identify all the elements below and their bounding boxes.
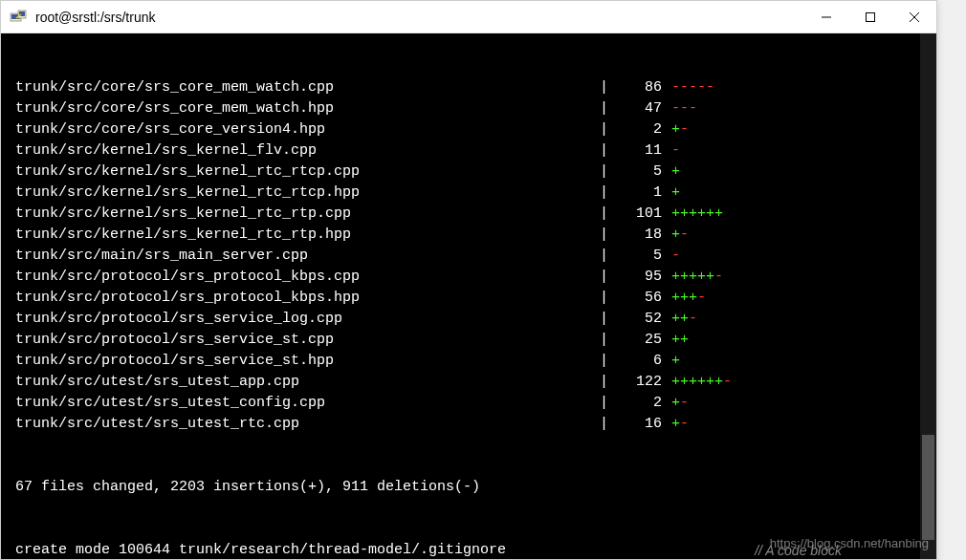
diff-count: 86 [614, 77, 662, 98]
minus-icon: - [723, 374, 732, 390]
plus-icon: + [671, 374, 680, 390]
plus-icon: + [680, 290, 689, 306]
diff-path: trunk/src/kernel/srs_kernel_rtc_rtp.hpp [7, 225, 600, 246]
spacer [662, 225, 671, 246]
plus-icon: + [671, 416, 680, 432]
spacer [662, 246, 671, 267]
plus-icon: + [714, 374, 723, 390]
pipe-separator: | [600, 351, 614, 372]
minus-icon: - [671, 142, 680, 159]
diff-summary: 67 files changed, 2203 insertions(+), 91… [7, 477, 931, 498]
plus-icon: + [706, 269, 714, 285]
plus-icon: + [671, 395, 680, 411]
titlebar: root@srstl:/srs/trunk [1, 1, 936, 33]
pipe-separator: | [600, 393, 614, 414]
plus-icon: + [671, 163, 680, 180]
scrollbar-thumb[interactable] [922, 435, 934, 540]
diff-row: trunk/src/kernel/srs_kernel_rtc_rtp.hpp|… [7, 225, 931, 246]
diff-count: 56 [614, 288, 662, 309]
pipe-separator: | [600, 246, 614, 267]
pipe-separator: | [600, 414, 614, 435]
spacer [662, 119, 671, 140]
diff-path: trunk/src/core/srs_core_mem_watch.cpp [7, 77, 600, 98]
diff-path: trunk/src/protocol/srs_service_st.cpp [7, 330, 600, 351]
pipe-separator: | [600, 309, 614, 330]
pipe-separator: | [600, 204, 614, 225]
plus-icon: + [671, 332, 680, 348]
diff-row: trunk/src/protocol/srs_protocol_kbps.cpp… [7, 267, 931, 288]
diff-path: trunk/src/kernel/srs_kernel_rtc_rtp.cpp [7, 204, 600, 225]
plus-icon: + [706, 374, 714, 390]
diff-bar: ++ [671, 330, 689, 351]
plus-icon: + [680, 332, 689, 348]
spacer [662, 183, 671, 204]
plus-icon: + [671, 205, 680, 222]
diff-count: 25 [614, 330, 662, 351]
diff-path: trunk/src/utest/srs_utest_config.cpp [7, 393, 600, 414]
pipe-separator: | [600, 140, 614, 162]
spacer [662, 140, 671, 162]
minus-icon: - [680, 100, 689, 117]
svg-rect-5 [867, 12, 875, 21]
diff-bar: + [671, 162, 680, 183]
diff-path: trunk/src/protocol/srs_service_log.cpp [7, 309, 600, 330]
close-button[interactable] [892, 2, 936, 32]
diff-row: trunk/src/protocol/srs_service_st.hpp|6 … [7, 351, 931, 372]
terminal-body[interactable]: trunk/src/core/srs_core_mem_watch.cpp|86… [1, 33, 936, 559]
diff-path: trunk/src/utest/srs_utest_app.cpp [7, 372, 600, 393]
diff-bar: ++- [671, 309, 697, 330]
minus-icon: - [689, 79, 697, 96]
diff-path: trunk/src/kernel/srs_kernel_rtc_rtcp.cpp [7, 162, 600, 183]
diff-path: trunk/src/utest/srs_utest_rtc.cpp [7, 414, 600, 435]
window-title: root@srstl:/srs/trunk [35, 10, 804, 25]
scrollbar[interactable] [920, 33, 936, 559]
plus-icon: + [680, 374, 689, 390]
minus-icon: - [680, 395, 689, 411]
spacer [662, 372, 671, 393]
diff-path: trunk/src/protocol/srs_protocol_kbps.cpp [7, 267, 600, 288]
diff-count: 2 [614, 393, 662, 414]
maximize-button[interactable] [848, 2, 892, 32]
plus-icon: + [697, 269, 706, 285]
minus-icon: - [680, 226, 689, 243]
diff-count: 47 [614, 98, 662, 119]
plus-icon: + [697, 205, 706, 222]
pipe-separator: | [600, 372, 614, 393]
pipe-separator: | [600, 267, 614, 288]
minus-icon: - [697, 290, 706, 306]
diff-bar: +- [671, 414, 689, 435]
window-controls [804, 2, 936, 32]
diff-count: 6 [614, 351, 662, 372]
pipe-separator: | [600, 98, 614, 119]
plus-icon: + [671, 226, 680, 243]
pipe-separator: | [600, 183, 614, 204]
pipe-separator: | [600, 77, 614, 98]
minus-icon: - [706, 79, 714, 96]
minimize-button[interactable] [804, 2, 848, 32]
diff-count: 16 [614, 414, 662, 435]
spacer [662, 351, 671, 372]
minus-icon: - [689, 311, 697, 327]
diff-count: 52 [614, 309, 662, 330]
diff-path: trunk/src/kernel/srs_kernel_flv.cpp [7, 140, 600, 162]
pipe-separator: | [600, 162, 614, 183]
diff-count: 101 [614, 204, 662, 225]
plus-icon: + [680, 311, 689, 327]
spacer [662, 267, 671, 288]
minus-icon: - [680, 416, 689, 432]
diff-count: 5 [614, 162, 662, 183]
plus-icon: + [689, 205, 697, 222]
diff-row: trunk/src/utest/srs_utest_rtc.cpp|16 +- [7, 414, 931, 435]
diff-bar: ----- [671, 77, 714, 98]
diff-row: trunk/src/protocol/srs_protocol_kbps.hpp… [7, 288, 931, 309]
pipe-separator: | [600, 119, 614, 140]
diff-row: trunk/src/protocol/srs_service_st.cpp|25… [7, 330, 931, 351]
spacer [662, 309, 671, 330]
spacer [662, 77, 671, 98]
minus-icon: - [671, 248, 680, 264]
pipe-separator: | [600, 288, 614, 309]
putty-icon [9, 8, 28, 27]
diff-count: 2 [614, 119, 662, 140]
diff-count: 122 [614, 372, 662, 393]
plus-icon: + [714, 205, 723, 222]
